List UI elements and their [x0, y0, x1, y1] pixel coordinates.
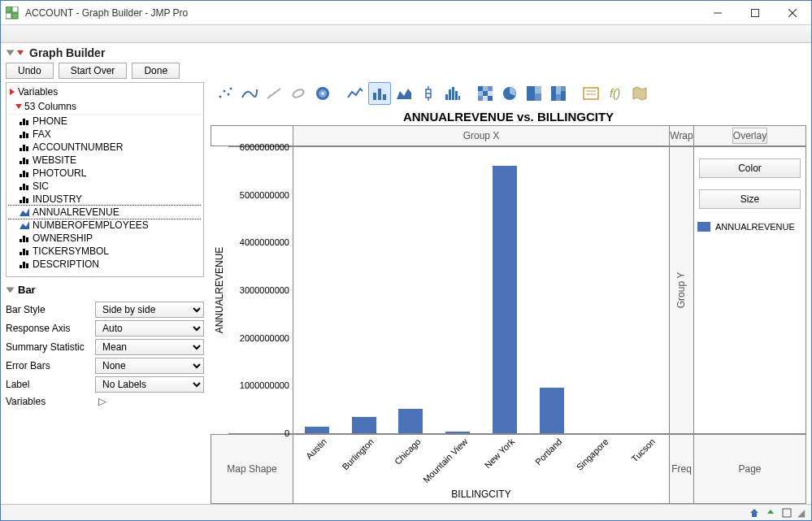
boxplot-element[interactable] [417, 82, 440, 105]
variable-row[interactable]: ACCOUNTNUMBER [8, 141, 202, 154]
start-over-button[interactable]: Start Over [59, 63, 128, 79]
svg-rect-49 [373, 93, 376, 100]
svg-rect-51 [383, 94, 386, 100]
variable-row[interactable]: SIC [8, 180, 202, 193]
graph-builder-header[interactable]: Graph Builder [6, 46, 806, 59]
line-element[interactable] [344, 82, 367, 105]
variable-name: NUMBEROFEMPLOYEES [33, 219, 149, 231]
overlay-dropzone[interactable]: Overlay [732, 128, 767, 144]
caption-element[interactable] [580, 82, 602, 105]
size-dropzone[interactable]: Size [699, 189, 801, 209]
x-tick: Austin [304, 436, 328, 461]
variables-label: Variables [8, 85, 202, 99]
variable-name: ACCOUNTNUMBER [33, 141, 123, 153]
element-toolbar: f() [211, 82, 806, 110]
hotspot-icon[interactable] [10, 89, 15, 95]
contour-element[interactable] [311, 82, 334, 105]
bar-element[interactable] [368, 82, 391, 105]
ellipse-element[interactable] [287, 82, 310, 105]
continuous-icon [20, 208, 29, 216]
variable-row[interactable]: NUMBEROFEMPLOYEES [8, 219, 202, 232]
legend-item[interactable]: ANNUALREVENUE [697, 222, 802, 232]
variable-row[interactable]: OWNERSHIP [8, 232, 202, 245]
group-x-dropzone[interactable]: Group X [293, 125, 670, 146]
histogram-element[interactable] [441, 82, 464, 105]
home-icon[interactable] [749, 507, 760, 519]
expand-icon[interactable]: ▷ [98, 395, 106, 407]
y-axis-label: ANNUALREVENUE [211, 146, 228, 434]
svg-rect-3 [12, 13, 18, 19]
resize-grip-icon[interactable]: ◢ [797, 507, 805, 519]
variable-row[interactable]: FAX [8, 128, 202, 141]
variable-row[interactable]: TICKERSYMBOL [8, 245, 202, 258]
heatmap-element[interactable] [474, 82, 497, 105]
mosaic-element[interactable] [547, 82, 570, 105]
svg-rect-61 [478, 86, 483, 91]
bar[interactable] [398, 409, 423, 434]
x-tick: Chicago [393, 436, 423, 467]
error-bars-select[interactable]: None [95, 358, 204, 374]
svg-rect-8 [20, 122, 22, 125]
variable-list[interactable]: PHONEFAXACCOUNTNUMBERWEBSITEPHOTOURLSICI… [8, 114, 202, 275]
color-dropzone[interactable]: Color [699, 158, 801, 178]
bar[interactable] [540, 388, 564, 433]
chart-title: ANNUALREVENUE vs. BILLINGCITY [211, 110, 806, 124]
svg-rect-26 [20, 200, 22, 203]
map-shape-dropzone[interactable]: Map Shape [211, 434, 293, 504]
bar-style-label: Bar Style [6, 304, 95, 315]
svg-rect-68 [483, 96, 488, 101]
undo-button[interactable]: Undo [6, 63, 54, 79]
bar[interactable] [352, 417, 376, 433]
window-list-icon[interactable] [781, 507, 792, 519]
close-button[interactable] [774, 1, 811, 25]
variable-row[interactable]: INDUSTRY [8, 193, 202, 206]
freq-dropzone[interactable]: Freq [670, 434, 694, 504]
variable-row[interactable]: PHONE [8, 115, 202, 128]
done-button[interactable]: Done [132, 63, 180, 79]
variable-row[interactable]: ANNUALREVENUE [8, 206, 202, 219]
nominal-icon [20, 234, 29, 242]
bar-props-header[interactable]: Bar [6, 284, 204, 296]
svg-rect-37 [26, 263, 28, 268]
hotspot-icon[interactable] [15, 104, 22, 109]
bar[interactable] [445, 432, 470, 433]
variable-name: TICKERSYMBOL [33, 245, 109, 257]
svg-rect-62 [483, 86, 488, 91]
minimize-button[interactable] [699, 1, 736, 25]
line-of-fit-element[interactable] [263, 82, 285, 105]
bar[interactable] [493, 166, 517, 433]
svg-point-38 [219, 96, 222, 98]
hotspot-icon[interactable] [17, 50, 24, 55]
response-axis-select[interactable]: Auto [95, 320, 204, 336]
area-element[interactable] [393, 82, 415, 105]
group-y-dropzone[interactable]: Group Y [670, 146, 694, 434]
treemap-element[interactable] [523, 82, 545, 105]
maximize-button[interactable] [736, 1, 774, 25]
formula-element[interactable]: f() [604, 82, 627, 105]
svg-rect-14 [20, 148, 22, 151]
svg-rect-11 [20, 135, 22, 138]
points-element[interactable] [214, 82, 237, 105]
svg-rect-17 [20, 161, 22, 164]
y-tick: 3000000000 [240, 285, 289, 295]
bar[interactable] [305, 427, 329, 433]
variable-row[interactable]: WEBSITE [8, 154, 202, 167]
page-dropzone[interactable]: Page [694, 434, 806, 504]
pie-element[interactable] [498, 82, 521, 105]
bar-style-select[interactable]: Side by side [95, 302, 204, 318]
variable-row[interactable]: PHOTOURL [8, 167, 202, 180]
summary-statistic-select[interactable]: Mean [95, 339, 204, 355]
plot-area[interactable] [293, 146, 670, 434]
nav-up-icon[interactable] [765, 507, 776, 519]
nominal-icon [20, 260, 29, 268]
svg-rect-56 [445, 94, 448, 100]
svg-rect-12 [23, 132, 25, 138]
wrap-dropzone[interactable]: Wrap [670, 125, 694, 146]
x-axis-label: BILLINGCITY [293, 488, 669, 500]
variable-row[interactable]: DESCRIPTION [8, 258, 202, 271]
label-option-select[interactable]: No Labels [95, 376, 204, 393]
svg-point-48 [321, 92, 324, 95]
map-element[interactable] [628, 82, 651, 105]
svg-rect-79 [584, 88, 598, 99]
smoother-element[interactable] [238, 82, 261, 105]
